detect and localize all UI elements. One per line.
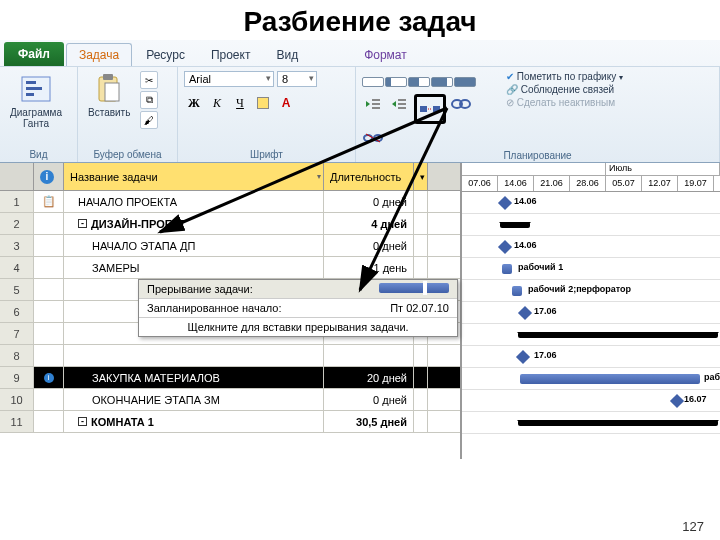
summary-bar[interactable] [518, 420, 718, 426]
paste-button[interactable]: Вставить [84, 71, 134, 120]
mark-on-track-button[interactable]: ✔ Пометить по графику ▾ [506, 71, 623, 82]
col-task-name[interactable]: Название задачи▾ [64, 163, 324, 190]
gantt-row[interactable]: 16.07 [462, 390, 720, 412]
tab-file[interactable]: Файл [4, 42, 64, 66]
format-painter-button[interactable]: 🖌 [140, 111, 158, 129]
gantt-row[interactable]: 14.06 [462, 192, 720, 214]
copy-button[interactable]: ⧉ [140, 91, 158, 109]
fill-color-button[interactable] [253, 93, 273, 113]
table-row[interactable]: 11-КОМНАТА 130,5 дней [0, 411, 460, 433]
summary-bar[interactable] [518, 332, 718, 338]
gantt-row[interactable]: рабочий 1 [462, 258, 720, 280]
clipboard-mini-buttons: ✂ ⧉ 🖌 [140, 71, 158, 129]
table-row[interactable]: 10ОКОНЧАНИЕ ЭТАПА ЗМ0 дней [0, 389, 460, 411]
gantt-row[interactable]: 17.06 [462, 346, 720, 368]
gantt-row[interactable] [462, 324, 720, 346]
font-color-button[interactable]: A [276, 93, 296, 113]
gantt-row[interactable]: 17.06 [462, 302, 720, 324]
row-number[interactable]: 9 [0, 367, 34, 388]
table-row[interactable]: 8 [0, 345, 460, 367]
row-number[interactable]: 10 [0, 389, 34, 410]
duration-cell[interactable]: 4 дней [324, 213, 414, 234]
duration-cell[interactable]: 1 день [324, 257, 414, 278]
row-number[interactable]: 7 [0, 323, 34, 344]
summary-bar[interactable] [500, 222, 530, 228]
bold-button[interactable]: Ж [184, 93, 204, 113]
task-name-cell[interactable]: -КОМНАТА 1 [64, 411, 324, 432]
task-name-cell[interactable]: ЗАКУПКА МАТЕРИАЛОВ [64, 367, 324, 388]
task-bar[interactable] [512, 286, 522, 296]
gantt-row[interactable]: 14.06 [462, 236, 720, 258]
respect-links-button[interactable]: 🔗 Соблюдение связей [506, 84, 623, 95]
row-number[interactable]: 8 [0, 345, 34, 366]
duration-cell[interactable]: 20 дней [324, 367, 414, 388]
tab-view[interactable]: Вид [264, 44, 310, 66]
col-expand[interactable]: ▾ [414, 163, 428, 190]
font-name-combo[interactable]: Arial [184, 71, 274, 87]
indent-icon[interactable] [388, 94, 410, 114]
task-bar[interactable] [502, 264, 512, 274]
task-name-cell[interactable]: НАЧАЛО ЭТАПА ДП [64, 235, 324, 256]
milestone[interactable] [498, 240, 512, 254]
milestone[interactable] [518, 306, 532, 320]
task-name-cell[interactable]: ОКОНЧАНИЕ ЭТАПА ЗМ [64, 389, 324, 410]
row-number[interactable]: 5 [0, 279, 34, 300]
milestone[interactable] [670, 394, 684, 408]
gantt-row[interactable] [462, 412, 720, 434]
inactivate-button[interactable]: ⊘ Сделать неактивным [506, 97, 623, 108]
unlink-tasks-icon[interactable] [362, 128, 384, 148]
table-row[interactable]: 9iЗАКУПКА МАТЕРИАЛОВ20 дней [0, 367, 460, 389]
row-indicator [34, 213, 64, 234]
split-task-button[interactable] [419, 99, 441, 119]
row-number[interactable]: 4 [0, 257, 34, 278]
progress-50[interactable]: 50% [408, 71, 430, 88]
font-size-combo[interactable]: 8 [277, 71, 317, 87]
duration-cell[interactable]: 0 дней [324, 389, 414, 410]
gantt-row[interactable]: рабоч [462, 368, 720, 390]
task-name-cell[interactable]: ЗАМЕРЫ [64, 257, 324, 278]
row-number[interactable]: 6 [0, 301, 34, 322]
tab-project[interactable]: Проект [199, 44, 263, 66]
task-name-cell[interactable] [64, 345, 324, 366]
link-tasks-icon[interactable] [450, 94, 472, 114]
progress-100[interactable]: 100% [454, 71, 476, 88]
tab-resource[interactable]: Ресурс [134, 44, 197, 66]
italic-button[interactable]: К [207, 93, 227, 113]
row-number[interactable]: 2 [0, 213, 34, 234]
group-clipboard-label: Буфер обмена [84, 147, 171, 160]
gantt-row[interactable] [462, 214, 720, 236]
underline-button[interactable]: Ч [230, 93, 250, 113]
tab-format[interactable]: Формат [352, 44, 419, 66]
table-row[interactable]: 3НАЧАЛО ЭТАПА ДП0 дней [0, 235, 460, 257]
outdent-icon[interactable] [362, 94, 384, 114]
gantt-chart-label: Диаграмма Ганта [10, 107, 62, 129]
table-row[interactable]: 1📋НАЧАЛО ПРОЕКТА0 дней [0, 191, 460, 213]
col-indicators[interactable]: i [34, 163, 64, 190]
progress-25[interactable]: 25% [385, 71, 407, 88]
col-duration[interactable]: Длительность [324, 163, 414, 190]
duration-cell[interactable] [324, 345, 414, 366]
cut-button[interactable]: ✂ [140, 71, 158, 89]
row-indicator: i [34, 367, 64, 388]
progress-75[interactable]: 75% [431, 71, 453, 88]
milestone[interactable] [516, 350, 530, 364]
progress-0[interactable]: 0% [362, 71, 384, 88]
duration-cell[interactable]: 30,5 дней [324, 411, 414, 432]
row-number[interactable]: 3 [0, 235, 34, 256]
expand-cell [414, 389, 428, 410]
milestone[interactable] [498, 196, 512, 210]
gantt-chart-button[interactable]: Диаграмма Ганта [6, 71, 66, 131]
row-number[interactable]: 11 [0, 411, 34, 432]
duration-cell[interactable]: 0 дней [324, 235, 414, 256]
table-row[interactable]: 2-ДИЗАЙН-ПРОЕКТ4 дней [0, 213, 460, 235]
table-row[interactable]: 4ЗАМЕРЫ1 день [0, 257, 460, 279]
duration-cell[interactable]: 0 дней [324, 191, 414, 212]
tab-task[interactable]: Задача [66, 43, 132, 66]
col-rownum[interactable] [0, 163, 34, 190]
task-bar[interactable] [520, 374, 700, 384]
row-number[interactable]: 1 [0, 191, 34, 212]
gantt-row[interactable]: рабочий 2;перфоратор [462, 280, 720, 302]
task-name-cell[interactable]: НАЧАЛО ПРОЕКТА [64, 191, 324, 212]
svg-rect-12 [398, 107, 406, 109]
task-name-cell[interactable]: -ДИЗАЙН-ПРОЕКТ [64, 213, 324, 234]
